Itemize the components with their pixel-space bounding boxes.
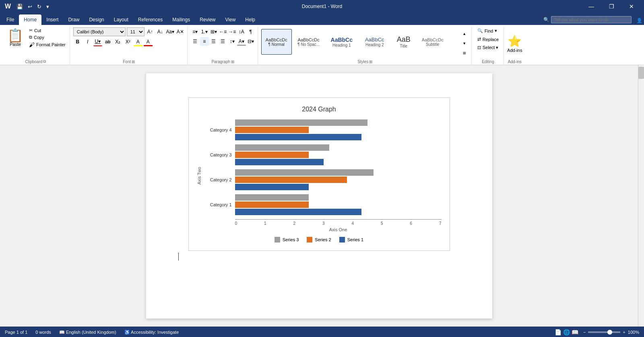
format-painter-icon: 🖌 xyxy=(29,41,35,48)
clear-format-button[interactable]: A✕ xyxy=(176,27,185,36)
tab-home[interactable]: Home xyxy=(19,14,41,25)
font-size-select[interactable]: 11 xyxy=(127,27,144,36)
align-right-button[interactable]: ☰ xyxy=(209,37,218,46)
format-painter-button[interactable]: 🖌 Format Painter xyxy=(27,41,67,48)
find-label: Find xyxy=(485,29,493,33)
category-row-3: Category 3 xyxy=(205,144,442,165)
tab-design[interactable]: Design xyxy=(84,14,109,25)
tab-draw[interactable]: Draw xyxy=(63,14,84,25)
clipboard-expand[interactable]: ⧉ xyxy=(43,59,46,64)
cat3-series2-bar xyxy=(235,152,309,158)
style-no-spacing[interactable]: AaBbCcDc ¶ No Spac... xyxy=(293,29,325,55)
tab-insert[interactable]: Insert xyxy=(41,14,63,25)
select-button[interactable]: ⊡ Select ▾ xyxy=(475,44,501,51)
style-title[interactable]: AaB Title xyxy=(392,29,416,55)
shading-button[interactable]: A▾ xyxy=(237,37,246,46)
zoom-in-button[interactable]: + xyxy=(623,330,625,335)
superscript-button[interactable]: X² xyxy=(124,37,132,46)
web-view-button[interactable]: 🌐 xyxy=(563,329,570,335)
bold-button[interactable]: B xyxy=(73,37,82,46)
paragraph-row-2: ☰ ≡ ☰ ☰ ↕▾ A▾ ⊟▾ xyxy=(191,37,255,46)
cut-button[interactable]: ✂ Cut xyxy=(27,27,67,33)
style-heading1[interactable]: AaBbCc Heading 1 xyxy=(326,29,358,55)
italic-button[interactable]: I xyxy=(83,37,92,46)
clipboard-group: 📋 Paste ✂ Cut ⧉ Copy 🖌 Format Painter C xyxy=(2,27,70,65)
scroll-thumb[interactable] xyxy=(638,67,644,79)
text-cursor xyxy=(178,253,179,261)
numbering-button[interactable]: 1.▾ xyxy=(200,27,209,36)
maximize-button[interactable]: ❐ xyxy=(602,0,621,13)
cat4-series2-bar xyxy=(235,127,309,133)
copy-button[interactable]: ⧉ Copy xyxy=(27,34,67,40)
tab-review[interactable]: Review xyxy=(195,14,220,25)
zoom-slider[interactable] xyxy=(588,331,620,333)
document-area[interactable]: 2024 Graph Axis Two Category 4 xyxy=(0,65,638,327)
customize-button[interactable]: ▾ xyxy=(45,3,51,10)
search-input[interactable] xyxy=(551,16,632,23)
bullets-button[interactable]: ≡▾ xyxy=(191,27,200,36)
justify-button[interactable]: ☰ xyxy=(219,37,227,46)
chart-body: Axis Two Category 4 xyxy=(197,119,442,232)
addins-icon: ⭐ xyxy=(508,35,522,48)
paragraph-expand[interactable]: ⊞ xyxy=(231,60,234,64)
tab-help[interactable]: Help xyxy=(240,14,260,25)
chart-container[interactable]: 2024 Graph Axis Two Category 4 xyxy=(188,97,450,251)
replace-button[interactable]: ⇄ Replace xyxy=(475,36,501,43)
change-case-button[interactable]: Aa▾ xyxy=(166,27,175,36)
styles-expand[interactable]: ⊞ xyxy=(369,60,372,64)
zoom-out-button[interactable]: − xyxy=(583,330,586,335)
sort-button[interactable]: ↕A xyxy=(237,27,246,36)
text-highlight-button[interactable]: A xyxy=(134,37,142,46)
undo-button[interactable]: ↩ xyxy=(26,3,34,10)
redo-button[interactable]: ↻ xyxy=(35,3,43,10)
style-heading2[interactable]: AaBbCc Heading 2 xyxy=(359,29,391,55)
decrease-indent-button[interactable]: ←≡ xyxy=(219,27,227,36)
paste-button[interactable]: 📋 Paste xyxy=(4,27,27,48)
cat1-series1-bar xyxy=(235,209,362,215)
show-marks-button[interactable]: ¶ xyxy=(246,27,255,36)
style-nospacing-preview: AaBbCcDc xyxy=(298,37,320,42)
font-grow-button[interactable]: A↑ xyxy=(146,27,155,36)
read-view-button[interactable]: 📖 xyxy=(572,329,578,335)
vertical-scrollbar[interactable] xyxy=(638,65,644,327)
styles-scroll-down[interactable]: ▼ xyxy=(460,39,469,48)
accessibility-status[interactable]: ♿ Accessibility: Investigate xyxy=(124,330,179,335)
document-page[interactable]: 2024 Graph Axis Two Category 4 xyxy=(146,73,492,319)
tab-file[interactable]: File xyxy=(2,14,19,25)
borders-button[interactable]: ⊟▾ xyxy=(246,37,255,46)
cat4-series3-bar xyxy=(235,119,368,126)
multilevel-button[interactable]: ⊞▾ xyxy=(209,27,218,36)
styles-scroll-up[interactable]: ▲ xyxy=(460,29,469,38)
style-normal[interactable]: AaBbCcDc ¶ Normal xyxy=(261,29,292,55)
find-button[interactable]: 🔍 Find ▾ xyxy=(475,27,501,34)
font-color-button[interactable]: A xyxy=(144,37,153,46)
align-center-button[interactable]: ≡ xyxy=(200,37,209,46)
x-tick-1: 1 xyxy=(264,221,266,226)
tab-layout[interactable]: Layout xyxy=(109,14,133,25)
paragraph-group-label: Paragraph xyxy=(211,60,230,64)
save-button[interactable]: 💾 xyxy=(15,3,25,10)
align-left-button[interactable]: ☰ xyxy=(191,37,200,46)
close-button[interactable]: ✕ xyxy=(622,0,641,13)
font-family-select[interactable]: Calibri (Body) xyxy=(73,27,126,36)
line-spacing-button[interactable]: ↕▾ xyxy=(228,37,237,46)
tab-references[interactable]: References xyxy=(133,14,167,25)
tab-view[interactable]: View xyxy=(221,14,241,25)
font-shrink-button[interactable]: A↓ xyxy=(156,27,165,36)
account-button[interactable]: 👤 xyxy=(635,16,644,25)
addins-group-bottom: Add-ins xyxy=(507,60,522,64)
tab-mailings[interactable]: Mailings xyxy=(167,14,195,25)
style-normal-label: ¶ Normal xyxy=(268,42,285,47)
print-view-button[interactable]: 📄 xyxy=(555,329,561,335)
styles-more[interactable]: ⊞ xyxy=(460,49,469,58)
replace-label: Replace xyxy=(483,37,499,42)
strikethrough-button[interactable]: ab xyxy=(103,37,112,46)
zoom-thumb[interactable] xyxy=(607,330,612,335)
minimize-button[interactable]: — xyxy=(582,0,601,13)
underline-button[interactable]: U▾ xyxy=(93,37,102,46)
style-title-label: Title xyxy=(400,44,407,48)
font-expand[interactable]: ⊞ xyxy=(132,60,135,64)
subscript-button[interactable]: X₂ xyxy=(114,37,122,46)
increase-indent-button[interactable]: →≡ xyxy=(228,27,237,36)
style-subtitle[interactable]: AaBbCcDc Subtitle xyxy=(417,29,449,55)
